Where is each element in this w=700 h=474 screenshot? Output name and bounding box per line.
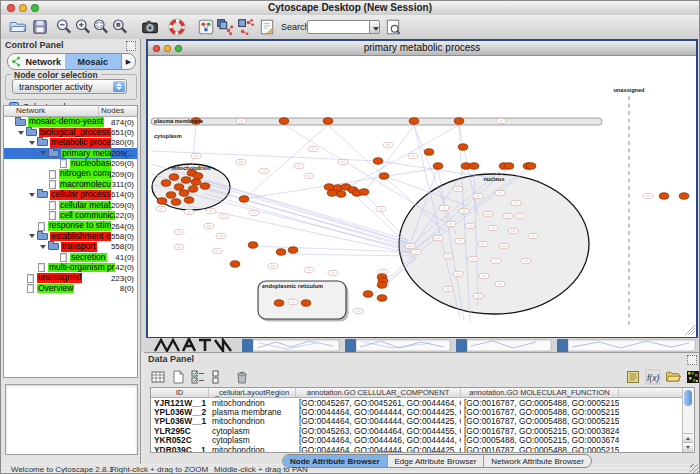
help-lifesaver-icon[interactable] [168,18,186,36]
save-icon[interactable] [31,18,49,36]
node-selected-orange[interactable] [179,190,189,196]
tree-row[interactable]: response to stimul264(0) [4,221,137,231]
tree-row[interactable]: secretion41(0) [4,252,137,262]
node-selected-orange[interactable] [458,144,468,150]
select-attributes-icon[interactable] [190,369,206,385]
node-selected-orange[interactable] [659,193,669,199]
search-input[interactable] [307,20,371,34]
table-scrollbar[interactable] [682,388,694,452]
expander-icon[interactable] [39,149,48,158]
formula-fx-icon[interactable]: f(x) [645,369,661,385]
window-close-icon[interactable] [153,45,160,52]
tree-row[interactable]: establishment of lo558(0) [4,231,137,241]
snapshot-camera-icon[interactable] [141,18,159,36]
network-canvas[interactable]: plasma membranecytoplasmmitochondrionnuc… [148,56,696,337]
node-selected-orange[interactable] [279,118,289,124]
float-panel-icon[interactable] [126,41,136,51]
node-selected-orange[interactable] [230,261,240,267]
network-window-title-bar[interactable]: primary metabolic process [148,41,696,56]
node-selected-orange[interactable] [157,198,167,204]
expander-icon[interactable] [28,138,37,147]
tab-overflow-arrow[interactable]: ▶ [121,54,135,69]
import-folder-icon[interactable] [665,369,681,385]
expander-icon[interactable] [39,242,48,251]
expander-icon[interactable] [28,232,37,241]
node-selected-orange[interactable] [424,149,434,155]
tree-row[interactable]: nucleobase-209(0) [4,159,137,169]
node-selected-orange[interactable] [359,189,369,195]
tree-row[interactable]: mosaic-demo-yeast874(0) [4,117,137,127]
tree-row[interactable]: transport558(0) [4,242,137,252]
new-attribute-icon[interactable] [170,369,186,385]
node-selected-orange[interactable] [454,118,464,124]
tree-row[interactable]: biological_process651(0) [4,127,137,137]
table-column-header[interactable]: ID [151,388,209,397]
window-minimize-icon[interactable] [164,45,171,52]
scroll-down-icon[interactable] [683,442,693,452]
tree-row[interactable]: Overview8(0) [4,283,137,293]
tree-row[interactable]: cell communicat22(0) [4,211,137,221]
tree-row[interactable]: unassigned223(0) [4,273,137,283]
notepad-icon[interactable] [625,369,641,385]
tree-row[interactable]: metabolic process280(0) [4,138,137,148]
node-selected-orange[interactable] [526,163,536,169]
open-file-icon[interactable] [9,18,27,36]
node-color-dropdown[interactable]: transporter activity [12,79,127,94]
node-selected-orange[interactable] [679,193,689,199]
window-zoom-icon[interactable] [175,45,182,52]
layout-network-blue-icon[interactable] [216,18,234,36]
table-row[interactable]: YDR039C__1mitochondrion[GO:0044464, GO:0… [151,445,694,453]
node-selected-orange[interactable] [191,179,201,185]
tree-row[interactable]: nitrogen compo209(0) [4,169,137,179]
node-selected-orange[interactable] [174,184,184,190]
annotation-icon[interactable] [258,18,276,36]
node-selected-orange[interactable] [377,282,387,288]
node-selected-orange[interactable] [171,199,181,205]
node-selected-orange[interactable] [336,191,346,197]
table-row[interactable]: YPL036W__2plasma membrane[GO:0044464, GO… [151,407,694,416]
layout-network-red-icon[interactable] [237,18,255,36]
attribute-columns-icon[interactable] [210,369,226,385]
node-selected-orange[interactable] [504,163,514,169]
table-column-header[interactable]: annotation.GO CELLULAR_COMPONENT [296,388,461,397]
search-dropdown-arrow-icon[interactable] [369,20,380,34]
node-selected-orange[interactable] [377,295,387,301]
node-selected-orange[interactable] [161,180,171,186]
node-selected-orange[interactable] [323,118,333,124]
vizmapper-icon[interactable] [197,18,215,36]
zoom-out-icon[interactable] [55,18,73,36]
node-selected-orange[interactable] [166,192,176,198]
node-selected-orange[interactable] [433,163,443,169]
table-row[interactable]: YPL036W__1mitochondrion[GO:0044464, GO:0… [151,417,694,426]
matrix-view-icon[interactable] [685,369,700,385]
resize-grip[interactable] [690,464,700,474]
table-row[interactable]: YLR295Ccytoplasm[GO:0045263, GO:0044464,… [151,426,694,435]
attribute-grid-icon[interactable] [150,369,166,385]
table-row[interactable]: YKR052Ccytoplasm[GO:0044464, GO:0044446,… [151,436,694,445]
node-selected-orange[interactable] [327,190,337,196]
node-selected-orange[interactable] [276,249,286,255]
node-selected-orange[interactable] [200,183,210,189]
node-selected-orange[interactable] [181,177,191,183]
node-selected-orange[interactable] [469,163,479,169]
tree-row[interactable]: primary metabo209(... [4,148,137,158]
table-row[interactable]: YJR121W__1mitochondrion[GO:0045267, GO:0… [151,398,694,407]
node-selected-orange[interactable] [288,247,298,253]
node-selected-orange[interactable] [274,300,284,306]
network-graph[interactable]: plasma membranecytoplasmmitochondrionnuc… [148,56,696,337]
expander-icon[interactable] [17,128,26,137]
node-selected-orange[interactable] [188,186,198,192]
tab-network[interactable]: Network [8,54,65,69]
table-column-header[interactable]: _cellularLayoutRegion [209,388,296,397]
node-selected-orange[interactable] [248,242,258,248]
tab-mosaic[interactable]: Mosaic [65,54,122,69]
search-config-icon[interactable] [384,18,402,36]
zoom-in-icon[interactable] [74,18,92,36]
node-selected-orange[interactable] [193,173,203,179]
zoom-to-fit-icon[interactable] [111,18,129,36]
tree-row[interactable]: multi-organism pro42(0) [4,262,137,272]
zoom-selected-region-icon[interactable] [92,18,110,36]
node-selected-orange[interactable] [169,174,179,180]
node-selected-orange[interactable] [373,158,383,164]
node-selected-orange[interactable] [379,173,389,179]
